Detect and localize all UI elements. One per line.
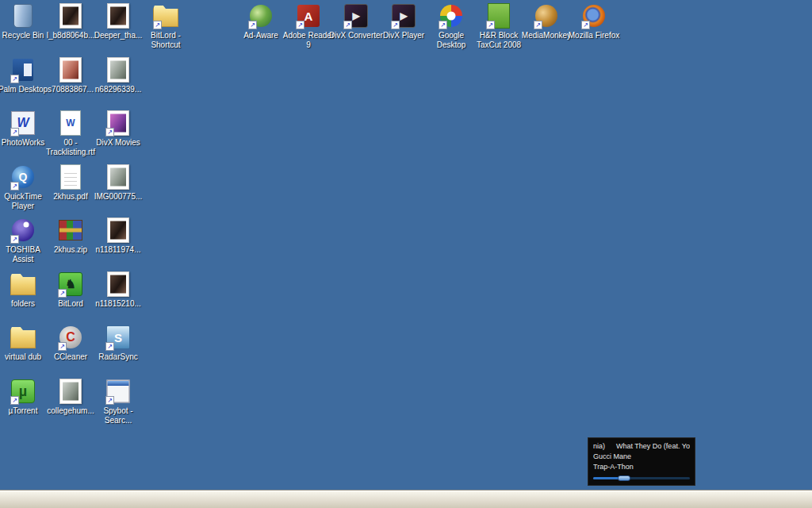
shortcut-arrow-icon <box>58 289 67 298</box>
desktop-icon-quicktime-player[interactable]: QuickTime Player <box>0 164 50 210</box>
desktop-icon-label: folders <box>0 299 50 309</box>
shortcut-arrow-icon <box>58 342 67 351</box>
shortcut-arrow-icon <box>105 396 114 405</box>
desktop-icon-label: collegehum... <box>44 406 98 416</box>
desktop-icon-label: DivX Player <box>377 31 431 40</box>
desktop-icon-n11815210[interactable]: n11815210... <box>91 271 145 309</box>
desktop-icon-label: Google Desktop <box>424 31 478 49</box>
desktop-icon-h-r-block-taxcut-2008[interactable]: H&R Block TaxCut 2008 <box>472 2 526 49</box>
desktop-icon-virtual-dub[interactable]: virtual dub <box>0 324 50 362</box>
now-playing-title-right: What They Do (feat. You <box>616 442 690 450</box>
desktop-icon-label: 00 - Tracklisting.rtf <box>44 138 98 156</box>
desktop[interactable]: Recycle Binl_b8d8064b...Deeper_tha...Bit… <box>0 0 812 508</box>
desktop-icon-n68296339[interactable]: n68296339... <box>91 56 145 94</box>
desktop-icon-torrent[interactable]: µTorrent <box>0 378 50 416</box>
shortcut-arrow-icon <box>10 182 19 190</box>
desktop-icon-divx-player[interactable]: DivX Player <box>377 2 431 40</box>
now-playing-album: Trap-A-Thon <box>593 463 690 471</box>
desktop-icon-label: s70883867... <box>44 85 98 94</box>
desktop-icon-folders[interactable]: folders <box>0 271 50 309</box>
photo-dark-icon <box>105 271 132 298</box>
desktop-icon-bitlord-shortcut[interactable]: BitLord - Shortcut <box>139 2 193 49</box>
desktop-icon-mozilla-firefox[interactable]: Mozilla Firefox <box>567 2 621 40</box>
app-acrobat-icon <box>295 2 322 29</box>
app-adaware-icon <box>247 2 274 29</box>
shortcut-arrow-icon <box>105 342 114 351</box>
desktop-icon-divx-movies[interactable]: DivX Movies <box>91 110 145 148</box>
desktop-icon-label: BitLord <box>44 299 98 309</box>
desktop-icon-label: RadarSync <box>91 352 145 362</box>
photo-dark-icon <box>105 2 132 29</box>
desktop-icon-label: TOSHIBA Assist <box>0 245 50 264</box>
desktop-icon-photoworks[interactable]: PhotoWorks <box>0 110 50 148</box>
desktop-icon-mediamonkey[interactable]: MediaMonkey <box>519 2 573 40</box>
photo-pink-icon <box>57 56 84 83</box>
app-utorrent-icon <box>10 378 36 405</box>
desktop-icon-label: H&R Block TaxCut 2008 <box>472 31 526 49</box>
shortcut-arrow-icon <box>486 21 495 29</box>
desktop-icon-collegehum[interactable]: collegehum... <box>44 378 98 416</box>
desktop-icon-label: Palm Desktop <box>0 85 50 94</box>
desktop-icon-n11811974[interactable]: n11811974... <box>91 217 145 255</box>
desktop-icon-label: virtual dub <box>0 352 50 362</box>
desktop-icon-label: µTorrent <box>0 406 50 416</box>
shortcut-arrow-icon <box>248 21 257 29</box>
desktop-icon-00-tracklisting-rtf[interactable]: 00 - Tracklisting.rtf <box>44 110 98 156</box>
desktop-icon-s70883867[interactable]: s70883867... <box>44 56 98 94</box>
desktop-icon-label: PhotoWorks <box>0 138 50 148</box>
desktop-icon-l-b8d8064b[interactable]: l_b8d8064b... <box>44 2 98 40</box>
seek-bar[interactable] <box>593 477 690 479</box>
app-divx-icon <box>343 2 370 29</box>
now-playing-title: nia) What They Do (feat. You <box>593 442 690 450</box>
desktop-icon-label: QuickTime Player <box>0 192 50 210</box>
desktop-icon-ad-aware[interactable]: Ad-Aware <box>234 2 288 40</box>
shortcut-arrow-icon <box>153 21 162 29</box>
desktop-icon-google-desktop[interactable]: Google Desktop <box>424 2 478 49</box>
app-divx-icon <box>390 2 417 29</box>
desktop-icon-label: Deeper_tha... <box>91 31 145 40</box>
shortcut-arrow-icon <box>10 396 19 405</box>
desktop-icon-label: CCleaner <box>44 352 98 362</box>
desktop-icon-label: n68296339... <box>91 85 145 94</box>
shortcut-arrow-icon <box>391 21 400 29</box>
photo-gray-icon <box>105 164 132 190</box>
desktop-icon-ccleaner[interactable]: CCleaner <box>44 324 98 362</box>
desktop-icon-label: MediaMonkey <box>519 31 573 40</box>
app-ccleaner-icon <box>57 324 84 351</box>
desktop-icon-spybot-searc[interactable]: Spybot - Searc... <box>91 378 145 425</box>
shortcut-arrow-icon <box>581 21 590 29</box>
desktop-icon-recycle-bin[interactable]: Recycle Bin <box>0 2 50 40</box>
shortcut-arrow-icon <box>10 235 19 244</box>
desktop-icon-label: 2khus.zip <box>44 245 98 255</box>
desktop-icon-deeper-tha[interactable]: Deeper_tha... <box>91 2 145 40</box>
app-google-icon <box>438 2 465 29</box>
shortcut-arrow-icon <box>296 21 304 29</box>
now-playing-title-left: nia) <box>593 442 605 450</box>
desktop-icon-radarsync[interactable]: RadarSync <box>91 324 145 362</box>
desktop-icon-label: BitLord - Shortcut <box>139 31 193 49</box>
app-radarsync-icon <box>105 324 132 351</box>
desktop-icon-2khus-zip[interactable]: 2khus.zip <box>44 217 98 255</box>
app-spybot-icon <box>105 378 132 405</box>
seek-handle[interactable] <box>618 475 630 481</box>
desktop-icon-divx-converter[interactable]: DivX Converter <box>329 2 383 40</box>
folder-icon <box>10 324 36 351</box>
desktop-icon-img000775[interactable]: IMG000775... <box>91 164 145 202</box>
desktop-icon-label: Ad-Aware <box>234 31 288 40</box>
desktop-icon-palm-desktop[interactable]: Palm Desktop <box>0 56 50 94</box>
shortcut-arrow-icon <box>10 75 19 83</box>
app-bitlord-icon <box>57 271 84 298</box>
desktop-icon-toshiba-assist[interactable]: TOSHIBA Assist <box>0 217 50 264</box>
desktop-icon-adobe-reader-9[interactable]: Adobe Reader 9 <box>282 2 335 49</box>
now-playing-artist: Gucci Mane <box>593 452 690 460</box>
desktop-icon-bitlord[interactable]: BitLord <box>44 271 98 309</box>
desktop-icon-2khus-pdf[interactable]: 2khus.pdf <box>44 164 98 202</box>
desktop-icon-label: DivX Converter <box>329 31 383 40</box>
desktop-icon-label: n11815210... <box>91 299 145 309</box>
doc-pdf-icon <box>57 164 84 190</box>
desktop-icon-label: n11811974... <box>91 245 145 255</box>
now-playing-flyout[interactable]: nia) What They Do (feat. You Gucci Mane … <box>588 437 695 486</box>
desktop-icon-label: Adobe Reader 9 <box>282 31 335 49</box>
shortcut-arrow-icon <box>439 21 447 29</box>
desktop-icon-label: DivX Movies <box>91 138 145 148</box>
